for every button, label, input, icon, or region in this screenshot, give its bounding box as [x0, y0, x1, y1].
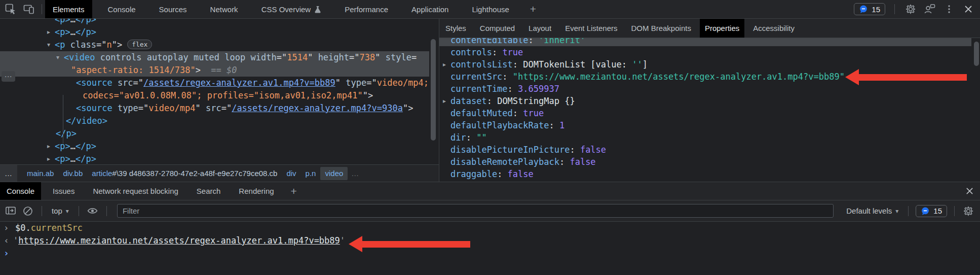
breadcrumb-item-main[interactable]: main.ab [22, 169, 58, 178]
code-segment-val: "aspect-ratio: 1514/738" [71, 65, 196, 75]
breadcrumb-item-article[interactable]: article#\39 d486387-2780-47e2-a48f-e9e27… [87, 169, 282, 178]
code-segment-plain: " [375, 52, 380, 62]
code-segment-type: ] [643, 59, 648, 70]
settings-gear-icon[interactable] [904, 3, 917, 16]
code-segment-name: dataset [450, 96, 487, 106]
drawer-tab-issues[interactable]: Issues [46, 182, 81, 200]
code-segment-tag: </p> [76, 19, 96, 24]
dom-tree-row[interactable]: ▸<p>…</p> [0, 140, 429, 153]
close-drawer-icon[interactable] [959, 182, 980, 200]
breadcrumb-overflow-button[interactable]: … [0, 165, 17, 182]
console-message-count-badge[interactable]: 15 [916, 205, 947, 217]
dom-tree-row[interactable]: <source src="/assets/regex-analyzer.av1.… [0, 77, 429, 89]
code-segment-plain2: $0. [15, 223, 31, 233]
breadcrumb-item-video-selected[interactable]: video [320, 167, 348, 180]
devtools-window: Elements Console Sources Network CSS Ove… [0, 0, 980, 275]
breadcrumb: … main.ab div.bb article#\39 d486387-278… [0, 164, 439, 182]
console-result-link[interactable]: https://www.meziantou.net/assets/regex-a… [18, 235, 340, 246]
tab-properties[interactable]: Properties [700, 19, 744, 38]
code-segment-plain: =" [277, 52, 287, 62]
breadcrumb-item-div[interactable]: div [282, 169, 300, 178]
drawer-tab-search[interactable]: Search [190, 182, 228, 200]
elements-scrollbar-thumb[interactable] [431, 39, 436, 141]
code-segment-type: DOMTokenList [value: [523, 59, 632, 70]
source-av1-href-link[interactable]: /assets/regex-analyzer.av1.mp4?v=bb89 [143, 78, 335, 88]
tab-performance[interactable]: Performance [337, 0, 396, 18]
tab-event-listeners[interactable]: Event Listeners [560, 19, 622, 38]
code-segment-plain: : [513, 108, 523, 118]
code-segment-name: dir [450, 132, 466, 143]
console-settings-gear-icon[interactable] [962, 204, 975, 218]
properties-list: contentEditable: 'inherit'controls: true… [439, 38, 971, 182]
dom-tree-row[interactable]: ▸<p>…</p> [0, 26, 429, 39]
live-expression-eye-icon[interactable] [86, 204, 99, 218]
chat-bubble-icon [921, 207, 930, 216]
dom-tree-row[interactable]: ▾<p class="n">flex [0, 39, 429, 51]
property-row[interactable]: dir: "" [439, 131, 971, 144]
console-context-selector[interactable]: top ▾ [49, 207, 71, 215]
drawer-more-tabs-button[interactable]: + [286, 182, 302, 200]
code-segment-plain: " [335, 78, 341, 88]
dom-tree-row[interactable]: "aspect-ratio: 1514/738"> == $0 [0, 64, 429, 77]
console-filter-input[interactable] [117, 204, 834, 218]
dom-tree-row[interactable]: codecs="av01.0.08M.08"; profiles="isom,a… [0, 89, 429, 102]
expander-right-icon[interactable]: ▸ [440, 58, 449, 71]
expander-down-icon[interactable]: ▾ [53, 51, 62, 64]
tab-computed[interactable]: Computed [475, 19, 520, 38]
property-row[interactable]: ▸dataset: DOMStringMap {} [439, 95, 971, 107]
clear-console-icon[interactable] [21, 204, 34, 218]
expander-right-icon[interactable]: ▸ [44, 26, 53, 39]
source-mp4-href-link[interactable]: /assets/regex-analyzer.mp4?v=930a [232, 103, 403, 113]
drawer-tab-console[interactable]: Console [0, 182, 41, 200]
dom-tree-row[interactable]: <source type="video/mp4" src="/assets/re… [0, 102, 429, 115]
property-row[interactable]: controls: true [439, 46, 971, 58]
console-message-count-badge[interactable]: 15 [854, 3, 885, 15]
dom-tree-row[interactable]: ▾<video controls autoplay muted loop wid… [0, 51, 429, 64]
dom-tree-row[interactable]: <p>…</p> [0, 19, 429, 26]
element-overflow-menu[interactable]: ⋯ [2, 71, 15, 82]
tab-network[interactable]: Network [203, 0, 246, 18]
code-segment-name: disablePictureInPicture [450, 145, 570, 155]
tab-application[interactable]: Application [404, 0, 456, 18]
property-row[interactable]: disablePictureInPicture: false [439, 144, 971, 156]
property-row[interactable]: disableRemotePlayback: false [439, 156, 971, 168]
breadcrumb-item-p[interactable]: p.n [301, 169, 321, 178]
code-segment-name: defaultPlaybackRate [450, 120, 549, 130]
drawer-tab-network-request-blocking[interactable]: Network request blocking [86, 182, 184, 200]
tab-layout[interactable]: Layout [523, 19, 556, 38]
tab-css-overview[interactable]: CSS Overview [254, 0, 329, 18]
tab-dom-breakpoints[interactable]: DOM Breakpoints [626, 19, 696, 38]
property-row[interactable]: contentEditable: 'inherit' [439, 38, 971, 46]
kebab-menu-icon[interactable] [943, 3, 956, 16]
tab-elements[interactable]: Elements [45, 0, 92, 18]
breadcrumb-item-div-bb[interactable]: div.bb [58, 169, 87, 178]
expander-right-icon[interactable]: ▸ [44, 140, 53, 153]
device-toolbar-icon[interactable] [22, 3, 35, 16]
close-devtools-icon[interactable] [962, 3, 975, 16]
code-segment-eq: == $0 [201, 65, 237, 75]
feedback-person-icon[interactable] [923, 3, 936, 16]
tab-lighthouse[interactable]: Lighthouse [464, 0, 516, 18]
dom-tree-row[interactable]: ▸<p>…</p> [0, 153, 429, 164]
property-row[interactable]: defaultPlaybackRate: 1 [439, 119, 971, 131]
tab-console[interactable]: Console [100, 0, 143, 18]
expander-right-icon[interactable]: ▸ [440, 95, 449, 107]
message-count: 15 [933, 207, 942, 215]
property-row[interactable]: defaultMuted: true [439, 107, 971, 119]
console-sidebar-toggle-icon[interactable] [4, 204, 17, 218]
property-row[interactable]: draggable: false [439, 168, 971, 180]
expander-right-icon[interactable]: ▸ [44, 153, 53, 164]
code-segment-plain: : [492, 47, 502, 57]
code-segment-attr: src [112, 78, 133, 88]
dom-tree-row[interactable]: </video> [0, 115, 429, 127]
tab-styles[interactable]: Styles [440, 19, 471, 38]
drawer-tab-rendering[interactable]: Rendering [232, 182, 280, 200]
log-levels-selector[interactable]: Default levels ▾ [844, 207, 901, 215]
more-tabs-button[interactable]: + [525, 0, 541, 18]
tab-sources[interactable]: Sources [152, 0, 195, 18]
inspect-element-icon[interactable] [4, 3, 17, 16]
expander-down-icon[interactable]: ▾ [44, 39, 53, 51]
dom-tree-row[interactable]: </p> [0, 127, 429, 140]
tab-accessibility[interactable]: Accessibility [748, 19, 800, 38]
code-segment-tag: </p> [76, 154, 96, 164]
